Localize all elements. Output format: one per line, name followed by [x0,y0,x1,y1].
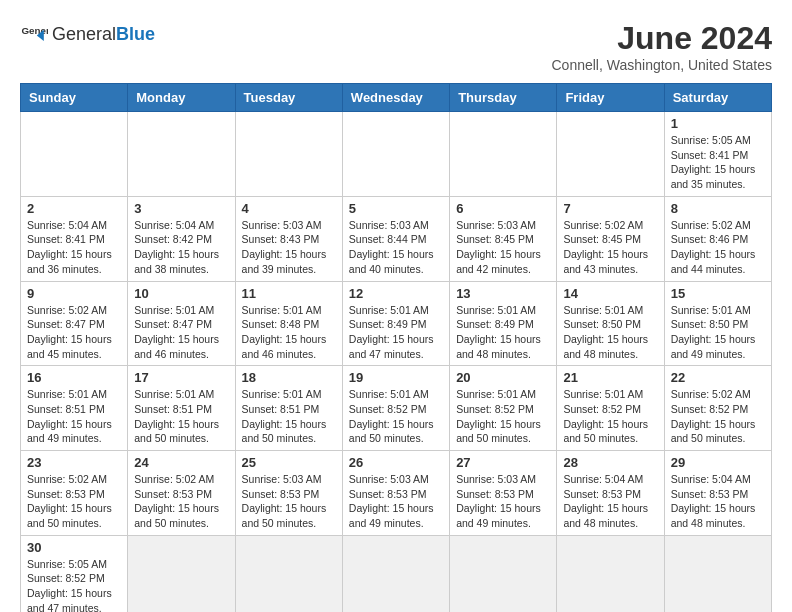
table-row: 28Sunrise: 5:04 AMSunset: 8:53 PMDayligh… [557,451,664,536]
day-number: 23 [27,455,121,470]
table-row: 30Sunrise: 5:05 AMSunset: 8:52 PMDayligh… [21,535,128,612]
day-info: Sunrise: 5:05 AMSunset: 8:52 PMDaylight:… [27,557,121,612]
day-number: 5 [349,201,443,216]
table-row: 13Sunrise: 5:01 AMSunset: 8:49 PMDayligh… [450,281,557,366]
day-info: Sunrise: 5:04 AMSunset: 8:41 PMDaylight:… [27,218,121,277]
day-number: 18 [242,370,336,385]
day-number: 6 [456,201,550,216]
table-row: 2Sunrise: 5:04 AMSunset: 8:41 PMDaylight… [21,196,128,281]
table-row: 25Sunrise: 5:03 AMSunset: 8:53 PMDayligh… [235,451,342,536]
svg-text:General: General [21,25,48,36]
table-row [128,112,235,197]
calendar-table: Sunday Monday Tuesday Wednesday Thursday… [20,83,772,612]
calendar-week-row: 23Sunrise: 5:02 AMSunset: 8:53 PMDayligh… [21,451,772,536]
col-monday: Monday [128,84,235,112]
day-number: 9 [27,286,121,301]
day-number: 8 [671,201,765,216]
table-row: 22Sunrise: 5:02 AMSunset: 8:52 PMDayligh… [664,366,771,451]
day-info: Sunrise: 5:01 AMSunset: 8:51 PMDaylight:… [134,387,228,446]
day-info: Sunrise: 5:03 AMSunset: 8:44 PMDaylight:… [349,218,443,277]
day-number: 4 [242,201,336,216]
day-info: Sunrise: 5:04 AMSunset: 8:53 PMDaylight:… [563,472,657,531]
day-number: 3 [134,201,228,216]
col-sunday: Sunday [21,84,128,112]
title-area: June 2024 Connell, Washington, United St… [552,20,773,73]
table-row: 19Sunrise: 5:01 AMSunset: 8:52 PMDayligh… [342,366,449,451]
table-row: 27Sunrise: 5:03 AMSunset: 8:53 PMDayligh… [450,451,557,536]
day-info: Sunrise: 5:01 AMSunset: 8:52 PMDaylight:… [563,387,657,446]
col-friday: Friday [557,84,664,112]
day-info: Sunrise: 5:02 AMSunset: 8:53 PMDaylight:… [27,472,121,531]
table-row: 24Sunrise: 5:02 AMSunset: 8:53 PMDayligh… [128,451,235,536]
day-info: Sunrise: 5:01 AMSunset: 8:50 PMDaylight:… [671,303,765,362]
day-number: 24 [134,455,228,470]
day-number: 11 [242,286,336,301]
day-info: Sunrise: 5:04 AMSunset: 8:53 PMDaylight:… [671,472,765,531]
month-title: June 2024 [552,20,773,57]
table-row: 14Sunrise: 5:01 AMSunset: 8:50 PMDayligh… [557,281,664,366]
table-row [235,535,342,612]
day-info: Sunrise: 5:01 AMSunset: 8:51 PMDaylight:… [27,387,121,446]
day-number: 15 [671,286,765,301]
day-info: Sunrise: 5:02 AMSunset: 8:53 PMDaylight:… [134,472,228,531]
table-row: 9Sunrise: 5:02 AMSunset: 8:47 PMDaylight… [21,281,128,366]
day-number: 13 [456,286,550,301]
day-info: Sunrise: 5:03 AMSunset: 8:45 PMDaylight:… [456,218,550,277]
day-info: Sunrise: 5:01 AMSunset: 8:51 PMDaylight:… [242,387,336,446]
day-number: 20 [456,370,550,385]
day-info: Sunrise: 5:01 AMSunset: 8:49 PMDaylight:… [456,303,550,362]
day-number: 25 [242,455,336,470]
table-row [235,112,342,197]
calendar-header-row: Sunday Monday Tuesday Wednesday Thursday… [21,84,772,112]
day-number: 17 [134,370,228,385]
day-number: 27 [456,455,550,470]
table-row [21,112,128,197]
calendar-week-row: 1Sunrise: 5:05 AMSunset: 8:41 PMDaylight… [21,112,772,197]
day-number: 7 [563,201,657,216]
day-info: Sunrise: 5:03 AMSunset: 8:53 PMDaylight:… [456,472,550,531]
day-number: 2 [27,201,121,216]
day-number: 19 [349,370,443,385]
table-row: 18Sunrise: 5:01 AMSunset: 8:51 PMDayligh… [235,366,342,451]
table-row: 11Sunrise: 5:01 AMSunset: 8:48 PMDayligh… [235,281,342,366]
table-row: 21Sunrise: 5:01 AMSunset: 8:52 PMDayligh… [557,366,664,451]
table-row [450,112,557,197]
table-row: 1Sunrise: 5:05 AMSunset: 8:41 PMDaylight… [664,112,771,197]
table-row: 10Sunrise: 5:01 AMSunset: 8:47 PMDayligh… [128,281,235,366]
table-row [557,535,664,612]
day-number: 30 [27,540,121,555]
day-number: 10 [134,286,228,301]
day-number: 26 [349,455,443,470]
day-info: Sunrise: 5:01 AMSunset: 8:48 PMDaylight:… [242,303,336,362]
table-row: 16Sunrise: 5:01 AMSunset: 8:51 PMDayligh… [21,366,128,451]
table-row [664,535,771,612]
table-row: 6Sunrise: 5:03 AMSunset: 8:45 PMDaylight… [450,196,557,281]
table-row: 5Sunrise: 5:03 AMSunset: 8:44 PMDaylight… [342,196,449,281]
calendar-week-row: 30Sunrise: 5:05 AMSunset: 8:52 PMDayligh… [21,535,772,612]
day-number: 29 [671,455,765,470]
logo: General GeneralBlue [20,20,155,48]
table-row: 8Sunrise: 5:02 AMSunset: 8:46 PMDaylight… [664,196,771,281]
day-number: 1 [671,116,765,131]
table-row: 12Sunrise: 5:01 AMSunset: 8:49 PMDayligh… [342,281,449,366]
day-info: Sunrise: 5:04 AMSunset: 8:42 PMDaylight:… [134,218,228,277]
table-row [450,535,557,612]
table-row: 15Sunrise: 5:01 AMSunset: 8:50 PMDayligh… [664,281,771,366]
day-info: Sunrise: 5:01 AMSunset: 8:52 PMDaylight:… [349,387,443,446]
day-info: Sunrise: 5:02 AMSunset: 8:47 PMDaylight:… [27,303,121,362]
day-info: Sunrise: 5:03 AMSunset: 8:53 PMDaylight:… [242,472,336,531]
day-number: 21 [563,370,657,385]
day-info: Sunrise: 5:01 AMSunset: 8:47 PMDaylight:… [134,303,228,362]
col-tuesday: Tuesday [235,84,342,112]
day-number: 14 [563,286,657,301]
table-row: 7Sunrise: 5:02 AMSunset: 8:45 PMDaylight… [557,196,664,281]
day-info: Sunrise: 5:02 AMSunset: 8:52 PMDaylight:… [671,387,765,446]
table-row [342,535,449,612]
calendar-week-row: 9Sunrise: 5:02 AMSunset: 8:47 PMDaylight… [21,281,772,366]
calendar-week-row: 16Sunrise: 5:01 AMSunset: 8:51 PMDayligh… [21,366,772,451]
col-thursday: Thursday [450,84,557,112]
logo-text: GeneralBlue [52,24,155,44]
table-row: 3Sunrise: 5:04 AMSunset: 8:42 PMDaylight… [128,196,235,281]
day-info: Sunrise: 5:02 AMSunset: 8:46 PMDaylight:… [671,218,765,277]
day-number: 12 [349,286,443,301]
